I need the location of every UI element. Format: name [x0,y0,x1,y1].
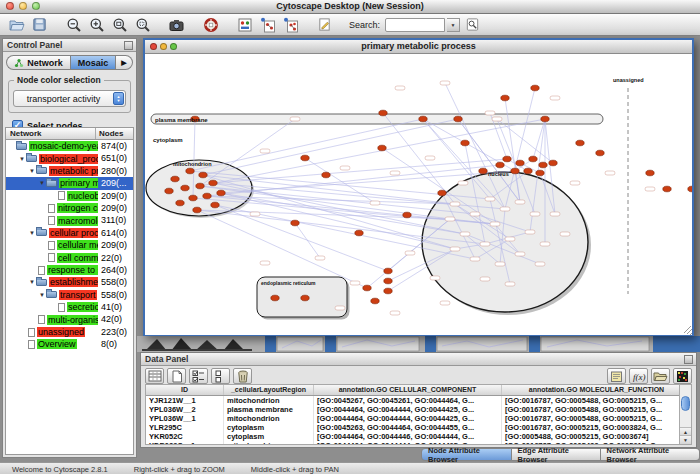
network-node[interactable] [470,212,480,216]
network-node[interactable] [390,311,400,315]
node-color-dropdown[interactable]: transporter activity ▲▼ [13,90,126,107]
tree-row[interactable]: ▼biological_process651(0) [6,152,133,164]
network-node[interactable] [525,230,535,234]
network-node[interactable] [335,306,345,310]
network-node-selected[interactable] [301,295,309,301]
expand-arrow-icon[interactable]: ▼ [38,180,46,186]
network-edge[interactable] [203,119,458,175]
network-node[interactable] [470,257,480,261]
network-node[interactable] [390,171,400,175]
network-view-window[interactable]: primary metabolic process plasma membran… [143,38,694,336]
tree-column-nodes[interactable]: Nodes [96,128,133,139]
network-node[interactable] [450,247,460,251]
network-node[interactable] [405,251,415,255]
network-node[interactable] [560,232,570,236]
expand-arrow-icon[interactable]: ▼ [28,230,36,236]
network-edge[interactable] [533,119,545,159]
expand-arrow-icon[interactable]: ▼ [28,279,36,285]
column-header[interactable]: annotation.GO CELLULAR_COMPONENT [314,385,502,395]
network-node-selected[interactable] [355,230,363,236]
network-node-selected[interactable] [438,190,446,196]
network-node-selected[interactable] [181,185,189,191]
expand-arrow-icon[interactable]: ▼ [18,156,26,162]
tree-row[interactable]: Overview8(0) [6,338,133,350]
tree-row[interactable]: multi-organism pro42(0) [6,313,133,325]
network-node-selected[interactable] [322,172,330,178]
table-row[interactable]: YPL036W__2plasma membrane[GO:0044464, GO… [146,405,691,414]
network-node[interactable] [515,200,525,204]
network-node[interactable] [530,212,540,216]
network-node-selected[interactable] [403,212,411,218]
network-node-selected[interactable] [186,168,194,174]
tree-row[interactable]: unassigned223(0) [6,326,133,338]
expand-arrow-icon[interactable]: ▼ [28,168,36,174]
zoom-in-button[interactable] [86,15,107,34]
network-node[interactable] [480,242,490,246]
close-button[interactable] [6,2,14,10]
tree-row[interactable]: response to stimulu264(0) [6,264,133,276]
tree-row[interactable]: ▼metabolic process280(0) [6,165,133,177]
network-edge[interactable] [215,205,388,271]
close-button[interactable] [150,43,157,50]
network-node-selected[interactable] [384,288,392,294]
network-node[interactable] [290,117,300,121]
network-node-selected[interactable] [503,156,511,162]
column-header[interactable]: _cellularLayoutRegion [224,385,314,395]
network-node[interactable] [505,282,515,286]
network-node[interactable] [440,81,450,85]
network-node[interactable] [425,156,435,160]
tree-row[interactable]: mosaic-demo-yeast874(0) [6,140,133,152]
network-node-selected[interactable] [363,285,371,291]
network-node[interactable] [445,217,455,221]
save-session-button[interactable] [29,15,50,34]
layout-a-button[interactable] [257,15,278,34]
float-panel-icon[interactable] [684,355,693,364]
network-node[interactable] [515,252,525,256]
tree-row[interactable]: secretion41(0) [6,301,133,313]
network-node-selected[interactable] [511,168,519,174]
minimize-button[interactable] [19,2,27,10]
network-node-selected[interactable] [524,168,532,174]
tab-edge-attribute-browser[interactable]: Edge Attribute Browser [512,448,601,461]
network-node[interactable] [340,166,350,170]
network-node-selected[interactable] [301,155,309,161]
network-node-selected[interactable] [271,295,279,301]
unselect-attributes-button[interactable] [211,368,230,384]
network-node[interactable] [480,277,490,281]
scroll-down-arrow[interactable]: ▼ [680,435,691,444]
network-node-selected[interactable] [576,140,584,146]
network-node-selected[interactable] [379,110,387,116]
table-row[interactable]: YDR039C__1mitochondrion[GO:0044464, GO:0… [146,441,691,445]
tab-network-attribute-browser[interactable]: Network Attribute Browser [601,448,700,461]
network-node[interactable] [605,171,615,175]
network-node-selected[interactable] [384,278,392,284]
annotation-button[interactable] [314,15,335,34]
network-node[interactable] [550,212,560,216]
network-node-selected[interactable] [536,170,544,176]
network-node[interactable] [485,111,495,115]
tree-row[interactable]: cell communicat22(0) [6,252,133,264]
attribute-matrix-button[interactable] [673,368,692,384]
network-node-selected[interactable] [193,207,201,213]
network-node[interactable] [490,222,500,226]
network-node[interactable] [260,261,270,265]
network-node[interactable] [458,181,468,185]
select-attributes-button[interactable] [189,368,208,384]
network-node[interactable] [645,187,655,191]
network-node[interactable] [460,232,470,236]
new-attribute-button[interactable] [167,368,186,384]
help-button[interactable] [200,15,221,34]
network-node[interactable] [315,256,325,260]
network-node-selected[interactable] [209,180,217,186]
network-node[interactable] [505,237,515,241]
network-node-selected[interactable] [646,170,654,176]
network-edge[interactable] [305,158,375,203]
network-node-selected[interactable] [203,193,211,199]
network-node-selected[interactable] [199,172,207,178]
tree-row[interactable]: nitrogen compo209(0) [6,202,133,214]
minimize-button[interactable] [160,43,167,50]
tree-row[interactable]: macromolecule311(0) [6,214,133,226]
float-panel-icon[interactable] [124,41,133,50]
network-node-selected[interactable] [549,160,557,166]
network-node-selected[interactable] [688,186,692,192]
